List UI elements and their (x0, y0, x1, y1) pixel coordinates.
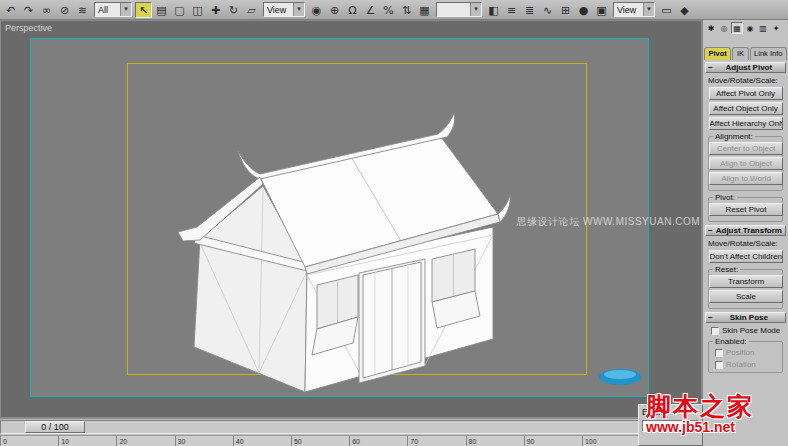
house-door[interactable] (359, 259, 425, 383)
center-to-object-button[interactable]: Center to Object (709, 142, 783, 155)
schematic-view-icon[interactable]: ⊞ (557, 2, 574, 18)
track-bar-tick[interactable]: 80 (466, 436, 524, 446)
position-checkbox[interactable] (715, 349, 723, 357)
rotation-checkbox[interactable] (715, 361, 723, 369)
angle-snap-icon[interactable]: ∠ (362, 2, 379, 18)
quick-render-icon[interactable]: ◆ (676, 2, 693, 18)
rollout-adjust-transform-header[interactable]: − Adjust Transform (705, 225, 786, 236)
track-bar-tick[interactable]: 40 (233, 436, 291, 446)
spinner-snap-icon[interactable]: ⇅ (398, 2, 415, 18)
house-left-window[interactable] (312, 275, 358, 355)
undo-icon[interactable]: ↶ (2, 2, 19, 18)
main-toolbar: ↶↷∞⊘≋All▼↖▤▢◫✚↻▱View▼◉⊕Ω∠%⇅▦▼◧≡≣∿⊞●▣View… (0, 0, 788, 20)
select-by-name-icon[interactable]: ▤ (153, 2, 170, 18)
jb51-watermark-title: 脚本之家 (646, 393, 754, 419)
house-right-window[interactable] (432, 249, 480, 328)
track-bar-tick[interactable]: 30 (175, 436, 233, 446)
curve-editor-icon[interactable]: ∿ (539, 2, 556, 18)
position-label: Position (726, 348, 754, 357)
align-to-world-button[interactable]: Align to World (709, 172, 783, 185)
modify-tab-icon[interactable]: ◎ (718, 22, 730, 34)
select-object-icon[interactable]: ↖ (135, 2, 152, 18)
reference-coordinate-dropdown[interactable]: View▼ (263, 2, 305, 17)
select-and-link-icon[interactable]: ∞ (38, 2, 55, 18)
dont-affect-children-button[interactable]: Don't Affect Children (709, 250, 783, 263)
select-and-rotate-icon[interactable]: ↻ (225, 2, 242, 18)
reset-scale-button[interactable]: Scale (709, 290, 783, 303)
chevron-down-icon[interactable]: ▼ (293, 3, 304, 16)
rendered-frame-icon[interactable]: ▭ (658, 2, 675, 18)
command-panel: ✱◎▦◉▥✦ Pivot IK Link Info − Adjust Pivot… (702, 20, 788, 446)
rollout-title: Adjust Pivot (715, 63, 783, 72)
named-selection-sets-icon[interactable]: ▦ (416, 2, 433, 18)
rollout-adjust-pivot-header[interactable]: − Adjust Pivot (705, 62, 786, 73)
track-bar-tick[interactable]: 50 (291, 436, 349, 446)
rotation-label: Rotation (726, 360, 756, 369)
hierarchy-tab-icon[interactable]: ▦ (731, 22, 743, 34)
named-selection-dropdown[interactable]: ▼ (436, 2, 482, 17)
render-type-dropdown-value: View (614, 5, 643, 15)
utilities-tab-icon[interactable]: ✦ (770, 22, 782, 34)
skin-pose-mode-checkbox[interactable] (711, 327, 719, 335)
align-icon[interactable]: ≡ (503, 2, 520, 18)
bind-to-space-warp-icon[interactable]: ≋ (74, 2, 91, 18)
percent-snap-icon[interactable]: % (380, 2, 397, 18)
jb51-watermark: 脚本之家 www.jb51.net (646, 393, 754, 435)
chevron-down-icon[interactable]: ▼ (643, 3, 654, 16)
position-row: Position (715, 348, 782, 357)
tab-link-info[interactable]: Link Info (750, 47, 787, 60)
chevron-down-icon[interactable]: ▼ (120, 3, 131, 16)
render-setup-icon[interactable]: ▣ (593, 2, 610, 18)
select-and-manipulate-icon[interactable]: ⊕ (326, 2, 343, 18)
select-and-move-icon[interactable]: ✚ (207, 2, 224, 18)
selection-filter-dropdown[interactable]: All▼ (94, 2, 132, 17)
jb51-watermark-url: www.jb51.net (646, 420, 754, 435)
affect-pivot-only-button[interactable]: Affect Pivot Only (709, 87, 783, 100)
rollout-adjust-transform: − Adjust Transform Move/Rotate/Scale: Do… (705, 225, 786, 309)
unlink-selection-icon[interactable]: ⊘ (56, 2, 73, 18)
move-rotate-scale-label: Move/Rotate/Scale: (708, 239, 786, 248)
align-to-object-button[interactable]: Align to Object (709, 157, 783, 170)
viewport-label[interactable]: Perspective (5, 23, 52, 33)
track-bar-tick[interactable]: 90 (524, 436, 582, 446)
time-slider-handle[interactable]: 0 / 100 (25, 421, 85, 433)
select-and-scale-icon[interactable]: ▱ (243, 2, 260, 18)
track-bar-tick[interactable]: 0 (0, 436, 58, 446)
tab-pivot[interactable]: Pivot (704, 47, 731, 60)
selection-filter-dropdown-value: All (95, 5, 120, 15)
selection-region-icon[interactable]: ▢ (171, 2, 188, 18)
mirror-icon[interactable]: ◧ (485, 2, 502, 18)
alignment-label: Alignment: (713, 132, 755, 141)
redo-icon[interactable]: ↷ (20, 2, 37, 18)
perspective-viewport[interactable]: Perspective (0, 20, 702, 418)
reset-transform-button[interactable]: Transform (709, 275, 783, 288)
alignment-group: Alignment: Center to Object Align to Obj… (708, 136, 783, 191)
use-pivot-center-icon[interactable]: ◉ (308, 2, 325, 18)
enabled-group: Enabled: Position Rotation (708, 341, 783, 373)
reset-pivot-button[interactable]: Reset Pivot (709, 203, 783, 216)
rollout-skin-pose: − Skin Pose Skin Pose Mode Enabled: Posi… (705, 312, 786, 373)
track-bar-tick[interactable]: 60 (349, 436, 407, 446)
create-tab-icon[interactable]: ✱ (705, 22, 717, 34)
time-slider-track[interactable]: 0 / 100 (0, 420, 640, 434)
affect-hierarchy-only-button[interactable]: Affect Hierarchy Only (709, 117, 783, 130)
timeline-area: 0 / 100 0102030405060708090100 (0, 418, 702, 446)
affect-object-only-button[interactable]: Affect Object Only (709, 102, 783, 115)
house-model[interactable] (178, 113, 510, 392)
render-type-dropdown[interactable]: View▼ (613, 2, 655, 17)
track-bar[interactable]: 0102030405060708090100 (0, 435, 640, 446)
track-bar-tick[interactable]: 70 (407, 436, 465, 446)
track-bar-tick[interactable]: 20 (116, 436, 174, 446)
tab-ik[interactable]: IK (732, 47, 748, 60)
pivot-group: Pivot: Reset Pivot (708, 197, 783, 222)
chevron-down-icon[interactable]: ▼ (470, 3, 481, 16)
snaps-toggle-icon[interactable]: Ω (344, 2, 361, 18)
display-tab-icon[interactable]: ▥ (757, 22, 769, 34)
material-editor-icon[interactable]: ● (575, 2, 592, 18)
window-crossing-icon[interactable]: ◫ (189, 2, 206, 18)
motion-tab-icon[interactable]: ◉ (744, 22, 756, 34)
track-bar-tick[interactable]: 10 (58, 436, 116, 446)
track-bar-tick[interactable]: 100 (582, 436, 640, 446)
layer-manager-icon[interactable]: ≣ (521, 2, 538, 18)
rollout-skin-pose-header[interactable]: − Skin Pose (705, 312, 786, 323)
